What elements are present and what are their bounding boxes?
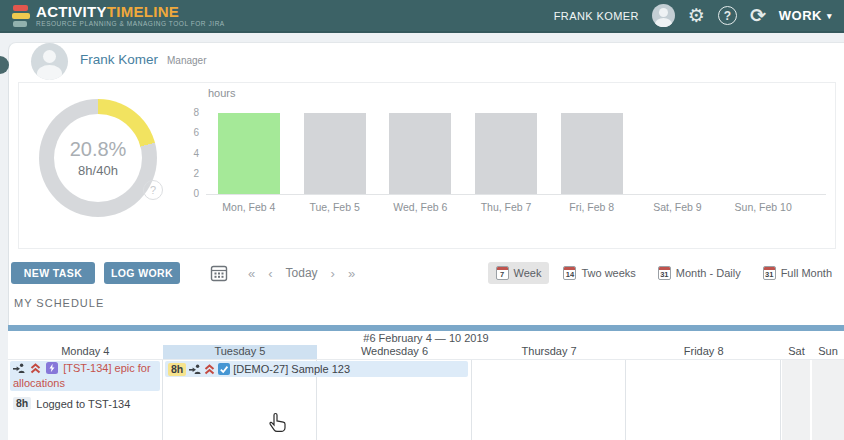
- app-subtitle: RESOURCE PLANNING & MANAGING TOOL FOR JI…: [36, 21, 225, 28]
- calendar-number-icon: 7: [496, 266, 509, 280]
- day-header-friday-8[interactable]: Friday 8: [626, 345, 781, 359]
- bar-slot: [377, 113, 463, 194]
- schedule-body: [TST-134] epic for allocations 8h Logged…: [8, 359, 844, 440]
- x-tick-label: Mon, Feb 4: [206, 201, 292, 213]
- view-button-week[interactable]: 7Week: [488, 262, 550, 284]
- bar-3: [475, 113, 537, 194]
- x-tick-label: Tue, Feb 5: [292, 201, 378, 213]
- assignee-arrow-icon: [189, 364, 201, 375]
- bar-2: [389, 113, 451, 194]
- task-hours-badge: 8h: [168, 363, 186, 376]
- bar-slot: [292, 113, 378, 194]
- bar-slot: [463, 113, 549, 194]
- day-header-thursday-7[interactable]: Thursday 7: [472, 345, 627, 359]
- day-header-wednesday-6[interactable]: Wednesday 6: [317, 345, 472, 359]
- day-header-sun[interactable]: Sun: [812, 345, 844, 359]
- x-tick-label: Sun, Feb 10: [720, 201, 806, 213]
- bar-chart-axis: [206, 194, 826, 195]
- view-button-month-daily[interactable]: 31Month - Daily: [650, 262, 749, 284]
- task-card-tst-134[interactable]: [TST-134] epic for allocations: [10, 361, 160, 391]
- work-menu-dropdown[interactable]: WORK▾: [779, 8, 832, 23]
- logged-work-entry[interactable]: 8h Logged to TST-134: [13, 397, 130, 410]
- y-tick-label: 6: [193, 128, 199, 138]
- week-range-label: #6 February 4 — 10 2019: [8, 331, 844, 345]
- profile-avatar[interactable]: [31, 43, 68, 80]
- top-header-bar: ACTIVITYTIMELINE RESOURCE PLANNING & MAN…: [0, 0, 844, 33]
- app-logo[interactable]: ACTIVITYTIMELINE RESOURCE PLANNING & MAN…: [12, 4, 225, 28]
- calendar-picker-icon[interactable]: [210, 264, 228, 282]
- bar-slot: [206, 113, 292, 194]
- y-tick-label: 8: [193, 108, 199, 118]
- view-button-two-weeks[interactable]: 14Two weeks: [555, 262, 643, 284]
- new-task-button[interactable]: NEW TASK: [11, 262, 95, 284]
- day-header-tuesday-5[interactable]: Tuesday 5: [163, 345, 318, 359]
- help-icon[interactable]: ?: [718, 6, 737, 25]
- workload-charts-panel: 20.8% 8h/40h ? hours 86420 Mon, Feb 4Tue…: [18, 82, 836, 249]
- view-switcher: 7Week14Two weeks31Month - Daily31Full Mo…: [488, 262, 841, 284]
- bar-slot: [549, 113, 635, 194]
- priority-highest-icon: [30, 363, 41, 377]
- calendar-number-icon: 14: [563, 266, 576, 280]
- settings-gear-icon[interactable]: ⚙: [688, 6, 705, 25]
- bar-yticks: 86420: [167, 108, 199, 199]
- donut-help-icon[interactable]: ?: [143, 180, 163, 200]
- day-header-sat[interactable]: Sat: [781, 345, 812, 359]
- nav-prev-icon[interactable]: ‹: [268, 266, 272, 281]
- schedule-grid: #6 February 4 — 10 2019 Monday 4Tuesday …: [8, 331, 844, 440]
- logged-hours-badge: 8h: [13, 397, 31, 410]
- y-tick-label: 4: [193, 149, 199, 159]
- x-tick-label: Sat, Feb 9: [635, 201, 721, 213]
- x-tick-label: Fri, Feb 8: [549, 201, 635, 213]
- logged-work-text: Logged to TST-134: [36, 398, 130, 410]
- calendar-number-icon: 31: [763, 266, 776, 280]
- view-button-full-month[interactable]: 31Full Month: [755, 262, 840, 284]
- bar-slot: [635, 113, 721, 194]
- priority-highest-icon: [204, 364, 215, 375]
- bar-slots: [206, 113, 806, 194]
- y-tick-label: 0: [193, 189, 199, 199]
- y-tick-label: 2: [193, 169, 199, 179]
- activity-timeline-app: ACTIVITYTIMELINE RESOURCE PLANNING & MAN…: [0, 0, 844, 440]
- assignee-arrow-icon: [13, 363, 25, 377]
- schedule-divider-bar: [8, 325, 844, 331]
- bar-slot: [720, 113, 806, 194]
- nav-last-icon[interactable]: »: [348, 266, 355, 281]
- x-tick-label: Wed, Feb 6: [377, 201, 463, 213]
- header-avatar[interactable]: [652, 4, 675, 27]
- nav-next-icon[interactable]: ›: [331, 266, 335, 281]
- task-card-demo-27[interactable]: 8h [DEMO-27] Sample 123: [165, 361, 468, 377]
- epic-issue-type-icon: [46, 362, 58, 377]
- donut-percent: 20.8%: [70, 138, 127, 161]
- header-username: FRANK KOMER: [554, 10, 639, 22]
- nav-first-icon[interactable]: «: [248, 266, 255, 281]
- today-button[interactable]: Today: [286, 266, 318, 280]
- bar-1: [304, 113, 366, 194]
- day-header-row: Monday 4Tuesday 5Wednesday 6Thursday 7Fr…: [8, 345, 844, 359]
- workload-donut-chart: 20.8% 8h/40h: [39, 99, 157, 217]
- bar-chart-xlabels: Mon, Feb 4Tue, Feb 5Wed, Feb 6Thu, Feb 7…: [206, 201, 806, 213]
- bar-0: [218, 113, 280, 194]
- profile-name[interactable]: Frank Komer: [80, 52, 158, 67]
- calendar-number-icon: 31: [658, 266, 671, 280]
- chevron-down-icon: ▾: [827, 11, 832, 21]
- bar-4: [561, 113, 623, 194]
- x-tick-label: Thu, Feb 7: [463, 201, 549, 213]
- day-header-monday-4[interactable]: Monday 4: [8, 345, 163, 359]
- task-card-text: [DEMO-27] Sample 123: [233, 363, 350, 375]
- my-schedule-title: MY SCHEDULE: [14, 297, 104, 309]
- logo-bars-icon: [12, 4, 30, 27]
- log-work-button[interactable]: LOG WORK: [104, 262, 180, 284]
- refresh-icon[interactable]: ⟳: [750, 6, 766, 25]
- donut-ratio: 8h/40h: [78, 163, 118, 178]
- bar-chart-ylabel: hours: [208, 87, 236, 99]
- task-issue-type-icon: [218, 363, 230, 375]
- schedule-toolbar: NEW TASK LOG WORK « ‹ Today › » 7Week14T…: [8, 260, 844, 286]
- profile-role: Manager: [167, 55, 206, 66]
- app-title: ACTIVITYTIMELINE: [36, 4, 225, 19]
